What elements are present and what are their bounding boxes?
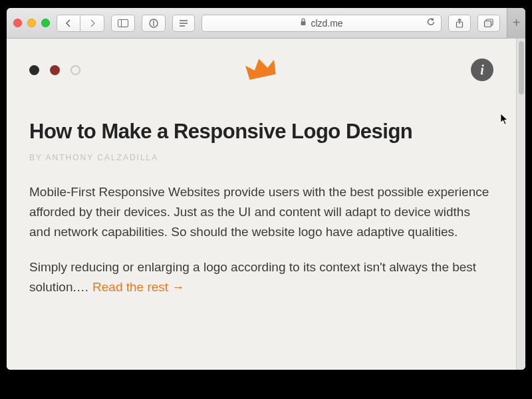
theme-dark-button[interactable]	[29, 65, 39, 75]
chevron-left-icon	[65, 19, 72, 27]
paragraph: Mobile-First Responsive Websites provide…	[29, 182, 493, 243]
plus-icon: +	[513, 15, 521, 31]
zoom-window-button[interactable]	[41, 19, 50, 27]
nav-buttons	[57, 15, 104, 32]
crown-icon	[243, 54, 279, 84]
lock-icon	[300, 18, 307, 28]
paragraph: Simply reducing or enlarging a logo acco…	[29, 257, 493, 298]
privacy-report-button[interactable]	[142, 15, 166, 32]
reload-icon	[426, 17, 436, 27]
page-header-row: i	[29, 59, 493, 81]
back-button[interactable]	[57, 15, 80, 32]
address-bar[interactable]: clzd.me	[201, 15, 442, 32]
tabs-icon	[483, 19, 494, 28]
reader-button[interactable]	[172, 15, 195, 32]
sidebar-icon	[118, 19, 128, 27]
article-byline: BY ANTHONY CALZADILLA	[29, 153, 493, 162]
minimize-window-button[interactable]	[27, 19, 36, 27]
svg-rect-0	[118, 19, 128, 27]
theme-red-button[interactable]	[50, 65, 60, 75]
theme-light-button[interactable]	[70, 65, 80, 75]
new-tab-button[interactable]: +	[507, 8, 525, 39]
scrollbar[interactable]	[516, 39, 525, 370]
article: How to Make a Responsive Logo Design BY …	[29, 120, 493, 298]
url-host: clzd.me	[311, 18, 342, 29]
theme-switcher	[29, 65, 80, 75]
safari-window: clzd.me +	[7, 8, 525, 370]
info-icon: i	[480, 63, 484, 78]
svg-rect-7	[301, 21, 306, 25]
article-title: How to Make a Responsive Logo Design	[29, 120, 493, 144]
share-button[interactable]	[448, 15, 471, 32]
webview-container: i How to Make a Responsive Logo Design B…	[7, 39, 525, 370]
read-more-link[interactable]: Read the rest →	[92, 280, 183, 294]
share-icon	[456, 19, 464, 28]
close-window-button[interactable]	[13, 19, 22, 27]
article-body: Mobile-First Responsive Websites provide…	[29, 182, 493, 298]
sidebar-toggle-button[interactable]	[111, 15, 135, 32]
forward-button[interactable]	[80, 15, 104, 32]
svg-rect-11	[485, 21, 491, 27]
right-toolbar	[448, 15, 500, 32]
chevron-right-icon	[89, 19, 96, 27]
shield-icon	[149, 19, 158, 28]
reload-button[interactable]	[426, 17, 436, 29]
author-name: ANTHONY CALZADILLA	[45, 153, 158, 162]
tabs-button[interactable]	[477, 15, 500, 32]
info-button[interactable]: i	[471, 59, 493, 81]
reader-icon	[179, 19, 188, 27]
titlebar: clzd.me +	[7, 8, 525, 39]
page-content[interactable]: i How to Make a Responsive Logo Design B…	[7, 39, 516, 370]
arrow-right-icon: →	[172, 280, 183, 294]
site-logo[interactable]	[243, 54, 279, 86]
window-controls	[13, 19, 50, 27]
